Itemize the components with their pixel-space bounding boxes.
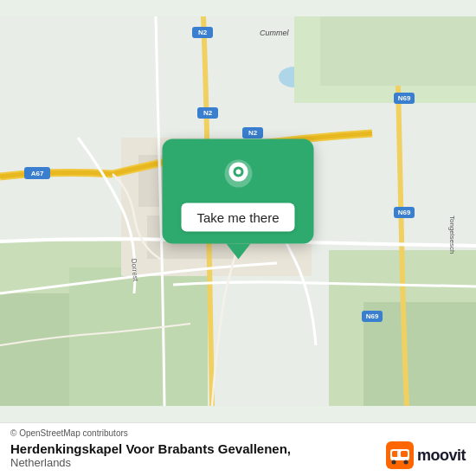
svg-text:N2: N2 xyxy=(198,29,208,36)
svg-text:Cummel: Cummel xyxy=(260,29,290,37)
map-container: A67 A67 N2 N2 N2 N69 N69 N69 xyxy=(0,0,476,422)
svg-point-43 xyxy=(403,460,408,465)
osm-attribution: © OpenStreetMap contributors xyxy=(10,428,466,438)
moovit-text: moovit xyxy=(417,447,466,465)
place-country: Netherlands xyxy=(10,456,291,469)
place-title-row: Herdenkingskapel Voor Brabants Gevallene… xyxy=(10,441,466,469)
svg-point-42 xyxy=(391,460,396,465)
footer: © OpenStreetMap contributors Herdenkings… xyxy=(0,422,476,476)
svg-rect-10 xyxy=(320,16,476,86)
svg-text:A67: A67 xyxy=(31,170,44,177)
popup-card: Take me there xyxy=(162,139,313,260)
popup-bubble: Take me there xyxy=(162,139,313,244)
svg-text:N69: N69 xyxy=(398,94,411,102)
svg-rect-44 xyxy=(397,451,399,457)
svg-point-37 xyxy=(235,170,241,175)
moovit-bus-icon xyxy=(386,441,414,469)
place-title-block: Herdenkingskapel Voor Brabants Gevallene… xyxy=(10,441,291,469)
app: A67 A67 N2 N2 N2 N69 N69 N69 xyxy=(0,0,476,476)
svg-text:N2: N2 xyxy=(248,129,258,137)
svg-text:N2: N2 xyxy=(203,109,213,117)
svg-text:Tongelsesch: Tongelsesch xyxy=(448,215,456,254)
map-pin-icon xyxy=(217,155,259,196)
svg-rect-41 xyxy=(401,451,408,457)
svg-text:N69: N69 xyxy=(366,312,379,320)
svg-text:N69: N69 xyxy=(398,209,411,216)
moovit-logo: moovit xyxy=(386,441,466,469)
popup-tail xyxy=(226,244,250,260)
svg-rect-3 xyxy=(69,267,208,406)
place-name: Herdenkingskapel Voor Brabants Gevallene… xyxy=(10,441,291,456)
take-me-there-button[interactable]: Take me there xyxy=(181,203,294,232)
